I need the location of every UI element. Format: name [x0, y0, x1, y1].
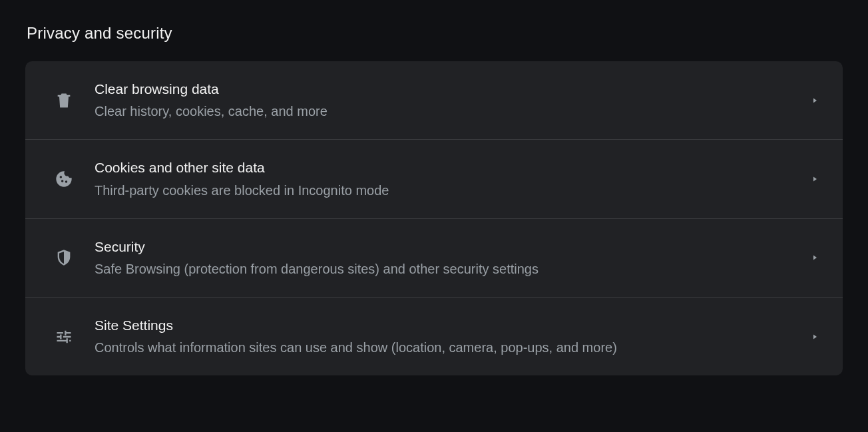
chevron-right-icon: [811, 97, 819, 105]
settings-card: Clear browsing data Clear history, cooki…: [25, 61, 843, 375]
row-subtitle: Controls what information sites can use …: [95, 338, 797, 357]
row-title: Cookies and other site data: [95, 158, 797, 176]
privacy-security-page: Privacy and security Clear browsing data…: [0, 0, 868, 375]
chevron-right-icon: [811, 175, 819, 183]
shield-icon: [52, 246, 76, 270]
row-subtitle: Clear history, cookies, cache, and more: [95, 102, 797, 120]
row-text: Cookies and other site data Third-party …: [95, 158, 797, 199]
row-site-settings[interactable]: Site Settings Controls what information …: [25, 298, 843, 375]
row-text: Site Settings Controls what information …: [95, 316, 797, 357]
chevron-right-icon: [811, 254, 819, 262]
row-clear-browsing-data[interactable]: Clear browsing data Clear history, cooki…: [25, 61, 843, 140]
sliders-icon: [52, 325, 76, 349]
trash-icon: [52, 89, 76, 112]
row-text: Security Safe Browsing (protection from …: [95, 238, 797, 278]
row-cookies[interactable]: Cookies and other site data Third-party …: [25, 140, 843, 218]
row-security[interactable]: Security Safe Browsing (protection from …: [25, 219, 843, 298]
chevron-right-icon: [811, 333, 819, 341]
row-title: Security: [95, 238, 797, 256]
row-text: Clear browsing data Clear history, cooki…: [95, 80, 797, 120]
row-title: Site Settings: [95, 316, 797, 334]
cookie-icon: [52, 167, 76, 191]
row-title: Clear browsing data: [95, 80, 797, 98]
section-title: Privacy and security: [25, 24, 843, 43]
row-subtitle: Third-party cookies are blocked in Incog…: [95, 181, 797, 200]
row-subtitle: Safe Browsing (protection from dangerous…: [95, 260, 797, 278]
